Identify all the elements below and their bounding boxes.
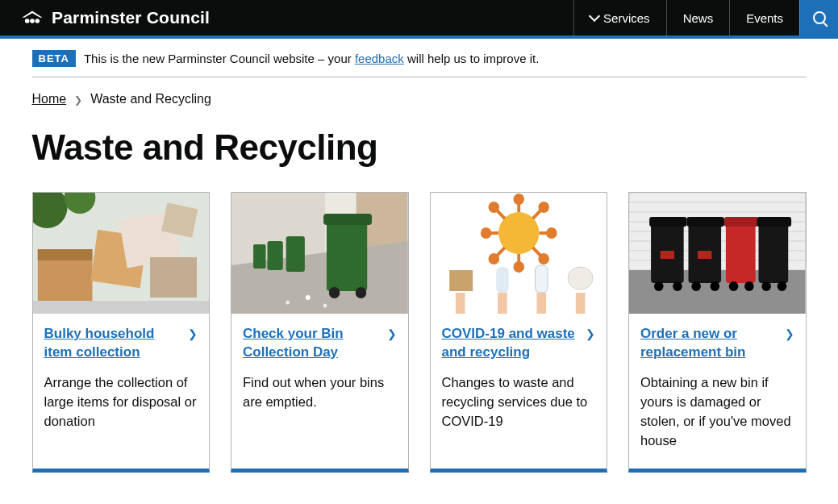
svg-rect-47 <box>496 267 508 293</box>
svg-point-38 <box>490 203 498 211</box>
svg-rect-69 <box>687 217 724 227</box>
beta-tag: BETA <box>32 50 76 67</box>
svg-rect-21 <box>286 236 305 272</box>
svg-point-32 <box>515 263 523 271</box>
chevron-down-icon <box>589 10 600 22</box>
svg-rect-77 <box>758 220 788 283</box>
card-image <box>231 193 408 314</box>
nav-services[interactable]: Services <box>573 0 666 35</box>
chevron-right-icon: ❯ <box>74 94 82 106</box>
svg-rect-64 <box>649 217 686 227</box>
svg-point-66 <box>673 281 682 291</box>
svg-point-24 <box>306 295 311 300</box>
search-icon <box>813 11 826 24</box>
svg-point-51 <box>568 267 593 289</box>
svg-rect-50 <box>536 293 546 314</box>
breadcrumb-home[interactable]: Home <box>32 92 67 106</box>
site-header: Parminster Council Services News Events <box>0 0 838 35</box>
svg-rect-49 <box>535 265 547 293</box>
svg-point-25 <box>286 301 290 305</box>
svg-rect-78 <box>757 217 792 227</box>
card-desc: Arrange the collection of large items fo… <box>44 373 198 431</box>
svg-point-20 <box>356 287 367 298</box>
card-desc: Find out when your bins are emptied. <box>243 373 397 412</box>
svg-rect-45 <box>449 270 473 291</box>
brand-title: Parminster Council <box>52 8 210 27</box>
svg-rect-23 <box>253 244 265 269</box>
chevron-right-icon: ❯ <box>586 327 595 340</box>
svg-point-44 <box>540 255 548 263</box>
svg-rect-52 <box>575 293 585 314</box>
svg-rect-72 <box>698 251 711 259</box>
svg-point-76 <box>744 281 754 291</box>
svg-rect-18 <box>323 214 372 225</box>
svg-point-36 <box>548 229 556 237</box>
svg-point-30 <box>515 195 523 203</box>
card-desc: Changes to waste and recycling services … <box>442 373 596 431</box>
svg-point-75 <box>729 281 739 291</box>
card-covid-waste[interactable]: COVID-19 and waste and recycling ❯ Chang… <box>430 192 608 473</box>
card-bulky-collection[interactable]: Bulky household item collection ❯ Arrang… <box>32 192 211 473</box>
breadcrumb: Home ❯ Waste and Recycling <box>32 77 807 111</box>
card-desc: Obtaining a new bin if yours is damaged … <box>640 373 794 451</box>
svg-rect-48 <box>498 293 507 314</box>
beta-post: will help us to improve it. <box>404 52 540 65</box>
svg-rect-10 <box>150 257 197 298</box>
svg-rect-12 <box>33 301 210 314</box>
nav-events-label: Events <box>746 11 783 25</box>
svg-rect-7 <box>37 249 92 260</box>
beta-pre: This is the new Parminster Council websi… <box>84 52 355 65</box>
svg-point-0 <box>25 19 30 23</box>
svg-point-65 <box>654 281 664 291</box>
card-image <box>33 193 210 314</box>
nav-search-button[interactable] <box>799 0 838 35</box>
svg-rect-73 <box>726 220 756 283</box>
svg-point-70 <box>691 281 701 291</box>
council-logo-icon <box>21 10 44 26</box>
svg-point-1 <box>30 19 35 23</box>
svg-rect-22 <box>267 241 282 270</box>
nav-services-label: Services <box>603 11 650 25</box>
cards-grid: Bulky household item collection ❯ Arrang… <box>32 192 807 473</box>
svg-point-40 <box>540 203 548 211</box>
chevron-right-icon: ❯ <box>188 327 198 340</box>
svg-rect-74 <box>724 217 759 227</box>
svg-point-26 <box>323 304 327 308</box>
svg-rect-17 <box>327 217 367 291</box>
card-title-link[interactable]: COVID-19 and waste and recycling <box>442 325 578 362</box>
svg-point-34 <box>482 229 490 237</box>
card-image <box>629 193 806 314</box>
svg-point-2 <box>35 19 40 23</box>
card-order-bin[interactable]: Order a new or replacement bin ❯ Obtaini… <box>628 192 807 473</box>
svg-rect-67 <box>661 251 674 259</box>
breadcrumb-current: Waste and Recycling <box>90 92 211 106</box>
svg-point-80 <box>778 281 787 291</box>
beta-text: This is the new Parminster Council websi… <box>84 52 539 65</box>
nav-events[interactable]: Events <box>729 0 799 35</box>
card-bin-collection-day[interactable]: Check your Bin Collection Day ❯ Find out… <box>231 192 409 473</box>
card-title-link[interactable]: Bulky household item collection <box>44 325 181 362</box>
card-image <box>431 193 607 314</box>
chevron-right-icon: ❯ <box>387 327 397 340</box>
svg-point-42 <box>490 255 498 263</box>
svg-rect-46 <box>455 293 465 314</box>
nav-news-label: News <box>683 11 714 25</box>
primary-nav: Services News Events <box>573 0 838 35</box>
card-title-link[interactable]: Check your Bin Collection Day <box>243 325 379 362</box>
svg-point-71 <box>711 281 720 291</box>
brand[interactable]: Parminster Council <box>0 8 210 27</box>
svg-point-79 <box>761 281 771 291</box>
feedback-link[interactable]: feedback <box>355 52 404 65</box>
svg-point-19 <box>329 287 340 298</box>
nav-news[interactable]: News <box>666 0 730 35</box>
page-title: Waste and Recycling <box>32 127 807 168</box>
card-title-link[interactable]: Order a new or replacement bin <box>640 325 777 362</box>
chevron-right-icon: ❯ <box>785 327 794 340</box>
beta-banner: BETA This is the new Parminster Council … <box>32 39 807 77</box>
